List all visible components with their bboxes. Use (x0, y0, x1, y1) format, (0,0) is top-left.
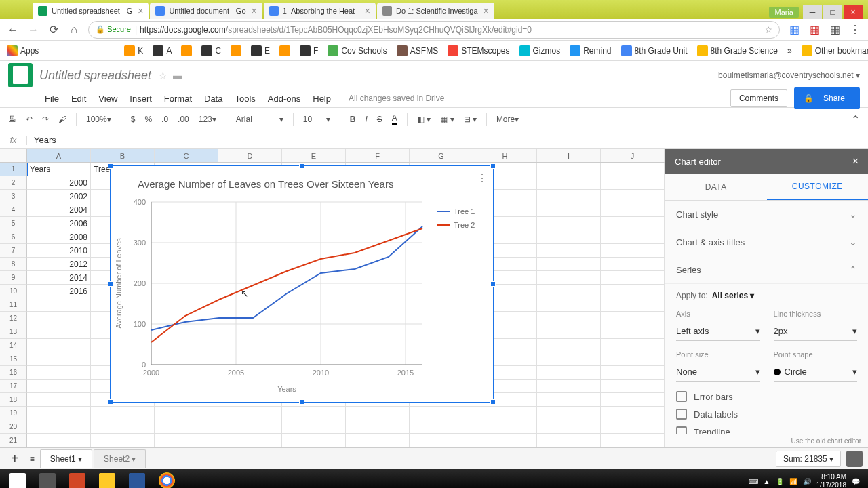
close-icon[interactable]: × (484, 5, 489, 16)
start-button[interactable] (3, 471, 33, 488)
url-input[interactable]: 🔒 Secure | https://docs.google.com/sprea… (88, 21, 780, 39)
bold-button[interactable]: B (350, 115, 356, 124)
other-bookmarks[interactable]: Other bookmarks (802, 45, 868, 56)
bookmark[interactable] (279, 45, 290, 56)
minimize-button[interactable]: ─ (803, 5, 822, 19)
menu-file[interactable]: File (39, 92, 64, 106)
menu-format[interactable]: Format (159, 92, 197, 106)
app-word[interactable] (122, 471, 152, 488)
print-icon[interactable]: 🖶 (8, 115, 16, 124)
notification-icon[interactable]: 💬 (852, 478, 860, 485)
add-sheet-button[interactable]: + (5, 451, 24, 466)
menu-insert[interactable]: Insert (124, 92, 157, 106)
sum-display[interactable]: Sum: 21835 ▾ (776, 451, 841, 467)
explore-button[interactable] (846, 451, 863, 467)
menu-icon[interactable]: ⋮ (849, 24, 861, 36)
fill-button[interactable]: ◧ ▾ (417, 115, 431, 124)
app-explorer[interactable] (92, 471, 122, 488)
format-select[interactable]: 123 ▾ (199, 115, 216, 124)
currency-button[interactable]: $ (131, 115, 136, 124)
reload-icon[interactable]: ⟳ (47, 24, 60, 36)
bookmark[interactable]: A (153, 45, 172, 56)
checkbox-error-bars[interactable]: Error bars (676, 391, 857, 402)
sheets-logo[interactable] (8, 63, 33, 87)
formula-input[interactable]: Years (27, 135, 868, 145)
browser-tab[interactable]: 1- Absorbing the Heat -× (264, 3, 376, 19)
axis-select[interactable]: Left axis▾ (676, 322, 760, 341)
app-chrome[interactable] (152, 471, 182, 488)
paint-icon[interactable]: 🖌 (58, 115, 66, 124)
close-icon[interactable]: × (365, 5, 370, 16)
tray-icon[interactable]: 🔊 (803, 478, 811, 485)
tab-data[interactable]: DATA (665, 174, 767, 200)
tab-customize[interactable]: CUSTOMIZE (767, 174, 869, 200)
menu-edit[interactable]: Edit (66, 92, 92, 106)
menu-view[interactable]: View (93, 92, 123, 106)
bookmark[interactable] (181, 45, 192, 56)
menu-data[interactable]: Data (199, 92, 228, 106)
document-title[interactable]: Untitled spreadsheet (39, 68, 151, 83)
star-icon[interactable]: ☆ (765, 25, 772, 35)
browser-tab[interactable]: Untitled spreadsheet - G× (33, 3, 149, 19)
apps-button[interactable]: Apps (7, 45, 39, 56)
user-badge[interactable]: Maria (769, 7, 799, 18)
checkbox-trendline[interactable]: Trendline (676, 426, 857, 434)
bookmark[interactable]: 8th Grade Science (697, 45, 778, 56)
apply-to-select[interactable]: All series ▾ (712, 291, 755, 300)
menu-tools[interactable]: Tools (229, 92, 260, 106)
redo-icon[interactable]: ↷ (42, 115, 49, 124)
bookmark[interactable]: STEMscopes (448, 45, 509, 56)
old-editor-link[interactable]: Use the old chart editor (665, 434, 868, 447)
bookmark[interactable]: Remind (570, 45, 611, 56)
close-icon[interactable]: × (252, 5, 257, 16)
sheet-tab[interactable]: Sheet1 ▾ (40, 449, 92, 468)
folder-icon[interactable]: ▬ (173, 70, 182, 81)
bookmark[interactable]: K (124, 45, 143, 56)
merge-button[interactable]: ⊟ ▾ (464, 115, 477, 124)
home-icon[interactable]: ⌂ (68, 24, 80, 36)
bookmark[interactable]: 8th Grade Unit (621, 45, 688, 56)
size-select[interactable]: 10 ▾ (303, 115, 330, 124)
chart-menu-icon[interactable]: ⋮ (477, 171, 488, 184)
window-close-button[interactable]: × (844, 5, 863, 19)
clock[interactable]: 8:10 AM1/17/2018 (816, 473, 847, 488)
tray-icon[interactable]: 🔋 (776, 478, 784, 485)
app-powerpoint[interactable] (62, 471, 92, 488)
thickness-select[interactable]: 2px▾ (774, 322, 858, 341)
section-series[interactable]: Series⌃ (665, 256, 868, 284)
maximize-button[interactable]: □ (823, 5, 842, 19)
user-email[interactable]: boulmetismaria@coventryschools.net ▾ (718, 70, 860, 80)
bookmark[interactable]: F (300, 45, 318, 56)
section-chart-style[interactable]: Chart style⌄ (665, 201, 868, 228)
bookmark[interactable]: Gizmos (519, 45, 561, 56)
undo-icon[interactable]: ↶ (26, 115, 33, 124)
all-sheets-button[interactable]: ≡ (24, 454, 40, 464)
browser-tab[interactable]: Untitled document - Go× (150, 3, 262, 19)
italic-button[interactable]: I (365, 115, 367, 124)
more-button[interactable]: More ▾ (496, 115, 519, 124)
star-icon[interactable]: ☆ (158, 69, 167, 82)
percent-button[interactable]: % (144, 115, 152, 124)
collapse-icon[interactable]: ⌃ (851, 113, 860, 126)
zoom-select[interactable]: 100% ▾ (86, 115, 111, 124)
point-size-select[interactable]: None▾ (676, 363, 760, 382)
share-button[interactable]: 🔒 Share (794, 87, 860, 109)
bookmark[interactable] (231, 45, 241, 56)
ext-icon[interactable]: ▦ (808, 24, 821, 36)
tray-icon[interactable]: ⌨ (749, 478, 758, 485)
back-icon[interactable]: ← (7, 24, 19, 36)
spreadsheet-grid[interactable]: ABCDEFGHIJ 12345678910111213141516171819… (0, 149, 665, 447)
tray-icon[interactable]: 📶 (789, 478, 797, 485)
close-icon[interactable]: × (852, 155, 859, 167)
border-button[interactable]: ▦ ▾ (440, 115, 454, 124)
bookmark[interactable]: ASFMS (397, 45, 438, 56)
translate-icon[interactable]: ▦ (788, 24, 800, 36)
tray-icon[interactable]: ▲ (764, 478, 770, 485)
menu-help[interactable]: Help (307, 92, 336, 106)
chart-object[interactable]: ⋮ Average Number of Leaves on Trees Over… (110, 165, 494, 403)
dec-button[interactable]: .0 (161, 115, 168, 124)
menu-addons[interactable]: Add-ons (262, 92, 306, 106)
font-select[interactable]: Arial ▾ (236, 115, 283, 124)
bookmark[interactable]: C (201, 45, 221, 56)
comments-button[interactable]: Comments (730, 89, 787, 107)
